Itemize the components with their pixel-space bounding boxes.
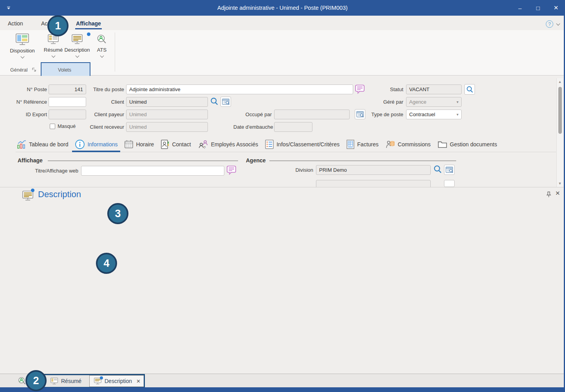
date-embauche-label: Date d'embauche: [233, 122, 272, 132]
client-label: Client: [90, 97, 124, 107]
scroll-down-icon[interactable]: ▼: [557, 182, 563, 185]
tab-infos-classement-criteres[interactable]: Infos/Classement/Critères: [264, 137, 341, 152]
chevron-down-icon: ▾: [457, 100, 458, 104]
ribbon-tab-bar: Action Accueil Affichage ?: [0, 16, 565, 30]
checklist-icon: [265, 139, 274, 149]
occupe-par-field[interactable]: [274, 110, 350, 119]
form-scrollbar[interactable]: ▲ ▼: [556, 78, 563, 187]
titre-poste-field[interactable]: Adjointe administrative: [126, 85, 353, 94]
description-pane-button[interactable]: Description: [65, 34, 89, 57]
titre-affichage-web-field[interactable]: [81, 166, 224, 176]
statut-field[interactable]: VACANT: [406, 85, 462, 94]
client-payeur-field[interactable]: Unimed: [126, 110, 208, 119]
close-panel-icon[interactable]: ✕: [555, 190, 560, 197]
ribbon-tab-affichage[interactable]: Affichage: [70, 17, 107, 30]
tab-commissions[interactable]: Commissions: [384, 137, 432, 152]
titre-affichage-web-label: Titre/Affichage web: [23, 166, 78, 176]
tab-informations[interactable]: Informations: [74, 137, 119, 152]
description-panel: Description ✕ Langue Français▾ ▾ B I U S…: [0, 187, 565, 374]
division-search-button[interactable]: [433, 165, 442, 176]
description-panel-title: Description: [38, 189, 81, 200]
title-bar: Adjointe administrative - Unimed - Poste…: [0, 0, 565, 16]
titre-comment-button[interactable]: [355, 84, 365, 96]
folder-search-icon: [222, 98, 230, 106]
affichage-section-title: Affichage: [18, 157, 43, 164]
statut-search-button[interactable]: [464, 84, 475, 95]
client-search-button[interactable]: [210, 97, 219, 108]
client-field[interactable]: Unimed: [126, 97, 208, 107]
search-icon: [433, 165, 442, 174]
resume-pane-label: Résumé: [44, 47, 63, 53]
ats-search-person-icon: [96, 34, 108, 45]
window-title: Adjointe administrative - Unimed - Poste…: [0, 5, 565, 11]
calendar-icon: [124, 140, 134, 149]
resume-pane-button[interactable]: Résumé: [42, 34, 65, 57]
ribbon: Disposition Résumé Description: [0, 30, 565, 76]
record-tab-strip: Tableau de bord Informations Horaire Con…: [16, 137, 556, 152]
pin-icon[interactable]: [546, 191, 552, 198]
annotation-badge-2: 2: [25, 370, 47, 391]
tab-tableau-de-bord[interactable]: Tableau de bord: [16, 137, 69, 152]
ats-button[interactable]: ATS: [93, 34, 111, 57]
masque-checkbox[interactable]: [50, 124, 55, 129]
tab-factures[interactable]: Factures: [345, 137, 379, 152]
client-browse-button[interactable]: [220, 97, 231, 107]
occupe-par-browse-button[interactable]: [355, 109, 365, 119]
division-browse-button[interactable]: [444, 165, 455, 175]
ats-label: ATS: [97, 47, 107, 53]
type-poste-dropdown[interactable]: Contractuel▾: [406, 110, 462, 119]
layout-monitor-icon: [15, 33, 29, 46]
chevron-down-icon: [75, 54, 79, 58]
ribbon-tab-action[interactable]: Action: [2, 17, 29, 30]
group-separator: [115, 32, 115, 72]
tab-gestion-documents[interactable]: Gestion documents: [436, 137, 498, 152]
help-icon[interactable]: ?: [546, 20, 553, 28]
bottom-tab-bar: Résumé Description ✕: [0, 374, 565, 387]
tab-employes-associes[interactable]: ? Employés Associés: [197, 137, 260, 152]
dashboard-chart-icon: [17, 140, 27, 149]
occupe-par-label: Occupé par: [239, 110, 272, 119]
annotation-badge-3: 3: [107, 203, 128, 224]
gere-par-label: Géré par: [373, 97, 403, 107]
tab-contact[interactable]: Contact: [159, 137, 192, 152]
client-receveur-label: Client receveur: [80, 122, 124, 132]
section-rule: [48, 160, 238, 161]
chevron-down-icon: [51, 54, 55, 58]
chevron-down-icon: [100, 54, 104, 58]
titre-web-comment-button[interactable]: [226, 165, 236, 177]
folder-icon: [437, 140, 448, 149]
scroll-up-icon[interactable]: ▲: [557, 80, 563, 84]
collapse-ribbon-icon[interactable]: [556, 22, 560, 26]
folder-search-icon: [356, 110, 365, 118]
clipped-browse-button[interactable]: [444, 180, 455, 187]
gere-par-dropdown[interactable]: Agence▾: [406, 97, 462, 107]
disposition-label: Disposition: [10, 48, 35, 54]
svg-text:?: ?: [204, 146, 206, 149]
chevron-down-icon: [20, 55, 24, 59]
division-field[interactable]: PRIM Demo: [316, 165, 431, 175]
invoice-icon: [346, 139, 355, 149]
no-reference-field[interactable]: [49, 97, 86, 107]
division-label: Division: [281, 165, 313, 175]
id-export-field[interactable]: [49, 110, 86, 119]
dialog-launcher-icon[interactable]: [32, 68, 36, 72]
description-monitor-icon: [22, 191, 34, 201]
search-icon: [210, 97, 219, 106]
no-poste-label: N° Poste: [16, 85, 47, 94]
disposition-button[interactable]: Disposition: [5, 33, 39, 58]
info-icon: [75, 139, 85, 149]
client-receveur-field[interactable]: Unimed: [126, 122, 208, 132]
tab-horaire[interactable]: Horaire: [123, 137, 155, 152]
comment-icon: [226, 165, 236, 176]
folder-search-icon: [445, 166, 454, 174]
poste-form: N° Poste 141 Titre du poste Adjointe adm…: [0, 76, 565, 187]
scrollbar-thumb[interactable]: [558, 87, 562, 134]
contact-card-icon: [161, 139, 170, 149]
date-embauche-field[interactable]: [274, 122, 312, 132]
agence-section-title: Agence: [246, 157, 266, 164]
type-poste-label: Type de poste: [365, 110, 403, 119]
people-icon: ?: [198, 139, 209, 149]
volets-group-label: Volets: [58, 67, 71, 73]
section-rule: [269, 160, 456, 161]
notification-dot: [31, 189, 34, 192]
